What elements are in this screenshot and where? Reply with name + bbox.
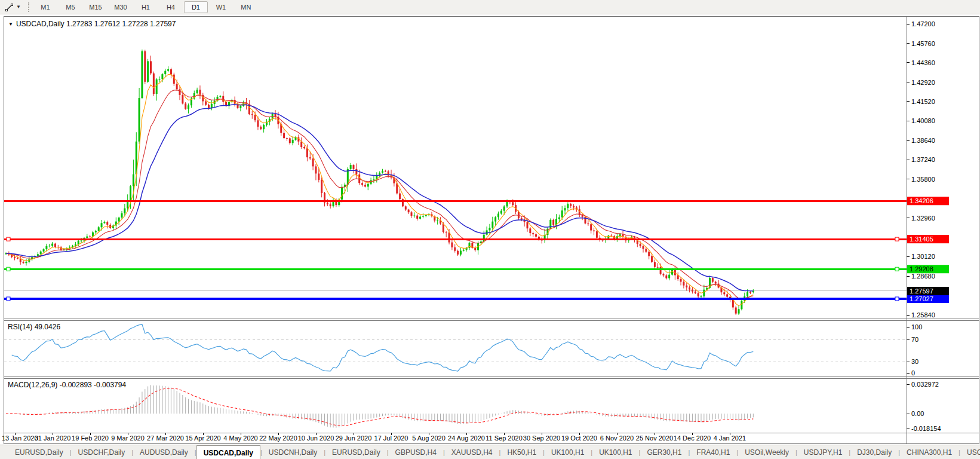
axis-label: 1.25840 bbox=[911, 311, 935, 319]
axis-label: 19 Feb 2020 bbox=[72, 434, 109, 442]
axis-label: 1.34206 bbox=[910, 197, 933, 204]
axis-label: 9 Mar 2020 bbox=[111, 434, 145, 442]
axis-label: 4 Jan 2021 bbox=[714, 434, 746, 442]
chart-tab-usdjpy-h1[interactable]: USDJPY,H1 bbox=[797, 445, 849, 459]
chart-tab-fra40-h1[interactable]: FRA40,H1 bbox=[690, 445, 736, 459]
axis-label: 70 bbox=[911, 336, 918, 343]
axis-label: 1.30120 bbox=[911, 253, 935, 260]
tabbar-left-pad bbox=[0, 445, 8, 459]
macd-indicator-label: MACD(12,26,9) -0.002893 -0.003794 bbox=[8, 381, 126, 389]
chart-tab-eurusd-daily[interactable]: EURUSD,Daily bbox=[325, 445, 387, 459]
axis-label: 1.42920 bbox=[911, 79, 935, 86]
axis-label: 19 Oct 2020 bbox=[561, 434, 597, 442]
axis-label: 6 Nov 2020 bbox=[600, 434, 634, 442]
trading-platform-window: { "colors":{ "bull":"#00c000","bear":"#e… bbox=[0, 0, 980, 459]
hline-handle[interactable] bbox=[7, 267, 10, 271]
axis-label: 1.31405 bbox=[910, 235, 933, 243]
chart-tab-bar: EURUSD,Daily|USDCHF,Daily|AUDUSD,Daily|U… bbox=[0, 445, 980, 459]
axis-label: 1.29208 bbox=[910, 265, 933, 273]
axis-label: 1.28680 bbox=[911, 273, 935, 280]
hline-handle[interactable] bbox=[895, 297, 899, 301]
axis-label: 10 Jun 2020 bbox=[298, 434, 334, 442]
chart-tab-dj30-daily[interactable]: DJ30,Daily bbox=[850, 445, 898, 459]
axis-label: 24 Aug 2020 bbox=[448, 434, 485, 442]
hline-handle[interactable] bbox=[7, 297, 10, 301]
axis-label: 22 May 2020 bbox=[259, 434, 297, 442]
axis-label: 5 Aug 2020 bbox=[412, 434, 446, 442]
chart-tab-uk100-h1[interactable]: UK100,H1 bbox=[592, 445, 638, 459]
axis-label: 31 Jan 2020 bbox=[35, 434, 71, 442]
axis-label: 0.00 bbox=[911, 410, 924, 417]
chart-tab-china300-h1[interactable]: CHINA300,H1 bbox=[900, 445, 959, 459]
axis-label: 1.44360 bbox=[911, 59, 935, 66]
axis-label: 100 bbox=[911, 323, 922, 331]
axis-label: 27 Mar 2020 bbox=[147, 434, 184, 442]
axis-label: 1.27597 bbox=[910, 287, 933, 295]
chart-tab-ger30-h1[interactable]: GER30,H1 bbox=[640, 445, 688, 459]
axis-label: 1.41520 bbox=[911, 98, 935, 105]
axis-label: 1.35800 bbox=[911, 176, 935, 183]
axis-label: 1.38640 bbox=[911, 137, 935, 144]
axis-label: 30 bbox=[911, 358, 918, 365]
axis-label: 13 Jan 2020 bbox=[2, 434, 38, 442]
hline-handle[interactable] bbox=[7, 237, 10, 241]
axis-label: -0.018154 bbox=[911, 425, 941, 432]
chart-tab-usoil-[interactable]: USOil, bbox=[960, 445, 980, 459]
chart-tab-usoil-weekly[interactable]: USOil,Weekly bbox=[738, 445, 795, 459]
chart-tab-gbpusd-h4[interactable]: GBPUSD,H4 bbox=[389, 445, 443, 459]
chart-tab-uk100-h1[interactable]: UK100,H1 bbox=[545, 445, 591, 459]
axis-label: 0.032972 bbox=[911, 381, 939, 388]
axis-label: 4 May 2020 bbox=[223, 434, 257, 442]
chart-tab-usdcnh-daily[interactable]: USDCNH,Daily bbox=[262, 445, 324, 459]
hline-handle[interactable] bbox=[895, 267, 899, 271]
chart-tab-usdchf-daily[interactable]: USDCHF,Daily bbox=[72, 445, 132, 459]
axis-label: 1.45760 bbox=[911, 40, 935, 47]
rsi-indicator-label: RSI(14) 49.0426 bbox=[8, 323, 60, 331]
hline-handle[interactable] bbox=[895, 237, 899, 241]
axis-label: 0 bbox=[911, 369, 915, 377]
chart-title: ▼USDCAD,Daily 1.27283 1.27612 1.27228 1.… bbox=[8, 20, 176, 28]
axis-label: 1.27027 bbox=[910, 295, 933, 302]
axis-label: 17 Jul 2020 bbox=[374, 434, 408, 442]
chart-area[interactable]: 1.472001.457601.443601.429201.415201.400… bbox=[0, 0, 980, 445]
axis-label: 11 Sep 2020 bbox=[486, 434, 523, 442]
chart-tab-hk50-h1[interactable]: HK50,H1 bbox=[500, 445, 543, 459]
tab-items: EURUSD,Daily|USDCHF,Daily|AUDUSD,Daily|U… bbox=[8, 445, 980, 459]
axis-label: 1.47200 bbox=[911, 20, 935, 27]
chart-symbol-period: USDCAD,Daily bbox=[16, 20, 64, 28]
chart-tab-xauusd-h4[interactable]: XAUUSD,H4 bbox=[445, 445, 499, 459]
axis-label: 14 Dec 2020 bbox=[674, 434, 711, 442]
chart-ohlc-values: 1.27283 1.27612 1.27228 1.27597 bbox=[66, 20, 176, 28]
axis-label: 29 Jun 2020 bbox=[336, 434, 372, 442]
axis-label: 1.32960 bbox=[911, 215, 935, 222]
chart-tab-usdcad-daily[interactable]: USDCAD,Daily bbox=[196, 445, 260, 459]
axis-label: 30 Sep 2020 bbox=[523, 434, 560, 442]
chart-menu-icon[interactable]: ▼ bbox=[8, 22, 13, 27]
chart-tab-eurusd-daily[interactable]: EURUSD,Daily bbox=[8, 445, 70, 459]
chart-tab-audusd-daily[interactable]: AUDUSD,Daily bbox=[133, 445, 195, 459]
axis-label: 15 Apr 2020 bbox=[185, 434, 220, 442]
axis-label: 25 Nov 2020 bbox=[636, 434, 673, 442]
axis-label: 1.37240 bbox=[911, 156, 935, 163]
axis-label: 1.40080 bbox=[911, 117, 935, 124]
